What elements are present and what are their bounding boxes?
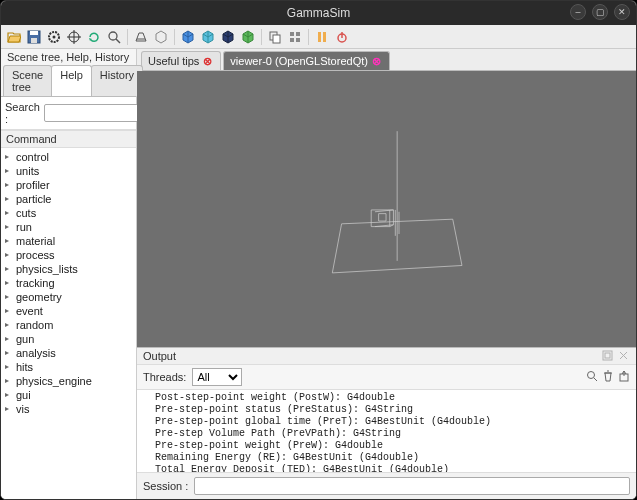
tree-item-hits[interactable]: ▸hits (1, 360, 136, 374)
tree-item-vis[interactable]: ▸vis (1, 402, 136, 416)
tree-item-profiler[interactable]: ▸profiler (1, 178, 136, 192)
tab-history[interactable]: History (91, 65, 143, 96)
window-title: GammaSim (287, 6, 350, 20)
chevron-right-icon: ▸ (5, 164, 14, 178)
tree-item-physics_engine[interactable]: ▸physics_engine (1, 374, 136, 388)
cube-green-icon[interactable] (239, 28, 257, 46)
output-title: Output (143, 350, 176, 362)
chevron-right-icon: ▸ (5, 206, 14, 220)
detach-icon[interactable] (602, 350, 614, 362)
svg-rect-12 (273, 35, 280, 43)
session-row: Session : (137, 472, 636, 499)
close-panel-icon[interactable] (618, 350, 630, 362)
chevron-right-icon: ▸ (5, 150, 14, 164)
chevron-right-icon: ▸ (5, 304, 14, 318)
search-label: Search : (5, 101, 40, 125)
threads-label: Threads: (143, 371, 186, 383)
chevron-right-icon: ▸ (5, 360, 14, 374)
tree-item-process[interactable]: ▸process (1, 248, 136, 262)
chevron-right-icon: ▸ (5, 290, 14, 304)
chevron-right-icon: ▸ (5, 262, 14, 276)
svg-rect-13 (290, 32, 294, 36)
svg-point-4 (53, 35, 56, 38)
left-panel: Scene tree, Help, History Scene tree Hel… (1, 49, 137, 499)
chevron-right-icon: ▸ (5, 402, 14, 416)
viewer-canvas[interactable] (137, 71, 636, 347)
close-button[interactable]: ✕ (614, 4, 630, 20)
chevron-right-icon: ▸ (5, 318, 14, 332)
svg-rect-2 (31, 38, 37, 43)
tab-viewer-0[interactable]: viewer-0 (OpenGLStoredQt) ⊗ (223, 51, 390, 70)
gear-icon[interactable] (45, 28, 63, 46)
toolbar-separator (174, 29, 175, 45)
svg-line-9 (116, 39, 120, 43)
tab-scene-tree[interactable]: Scene tree (3, 65, 52, 96)
maximize-button[interactable]: ▢ (592, 4, 608, 20)
target-icon[interactable] (65, 28, 83, 46)
tree-item-particle[interactable]: ▸particle (1, 192, 136, 206)
output-text[interactable]: Post-step-point weight (PostW): G4double… (137, 390, 636, 472)
command-tree[interactable]: ▸control▸units▸profiler▸particle▸cuts▸ru… (1, 148, 136, 499)
svg-line-31 (594, 378, 597, 381)
close-icon[interactable]: ⊗ (372, 56, 383, 67)
tree-item-tracking[interactable]: ▸tracking (1, 276, 136, 290)
right-area: Useful tips ⊗ viewer-0 (OpenGLStoredQt) … (137, 49, 636, 499)
tree-item-physics_lists[interactable]: ▸physics_lists (1, 262, 136, 276)
trash-icon[interactable] (602, 370, 614, 384)
chevron-right-icon: ▸ (5, 332, 14, 346)
titlebar: GammaSim – ▢ ✕ (1, 1, 636, 25)
pause-icon[interactable] (313, 28, 331, 46)
tab-label: viewer-0 (OpenGLStoredQt) (230, 55, 368, 67)
tree-item-gui[interactable]: ▸gui (1, 388, 136, 402)
tree-item-run[interactable]: ▸run (1, 220, 136, 234)
chevron-right-icon: ▸ (5, 220, 14, 234)
refresh-icon[interactable] (85, 28, 103, 46)
threads-select[interactable]: All (192, 368, 242, 386)
app-window: GammaSim – ▢ ✕ Scene tree, Help, History (0, 0, 637, 500)
tree-item-event[interactable]: ▸event (1, 304, 136, 318)
session-input[interactable] (194, 477, 630, 495)
tree-item-analysis[interactable]: ▸analysis (1, 346, 136, 360)
tab-useful-tips[interactable]: Useful tips ⊗ (141, 51, 221, 70)
grid-icon[interactable] (286, 28, 304, 46)
tree-item-gun[interactable]: ▸gun (1, 332, 136, 346)
chevron-right-icon: ▸ (5, 178, 14, 192)
export-icon[interactable] (618, 370, 630, 384)
svg-rect-18 (323, 32, 326, 42)
chevron-right-icon: ▸ (5, 276, 14, 290)
window-controls: – ▢ ✕ (570, 4, 630, 20)
svg-rect-14 (296, 32, 300, 36)
open-icon[interactable] (5, 28, 23, 46)
filter-icon[interactable] (586, 370, 598, 384)
perspective-icon[interactable] (132, 28, 150, 46)
toolbar (1, 25, 636, 49)
svg-rect-1 (30, 31, 38, 35)
chevron-right-icon: ▸ (5, 234, 14, 248)
cube-navy-icon[interactable] (219, 28, 237, 46)
power-icon[interactable] (333, 28, 351, 46)
tree-item-material[interactable]: ▸material (1, 234, 136, 248)
tree-item-units[interactable]: ▸units (1, 164, 136, 178)
output-header: Output (137, 348, 636, 365)
search-row: Search : (1, 97, 136, 130)
chevron-right-icon: ▸ (5, 248, 14, 262)
cube-blue-icon[interactable] (179, 28, 197, 46)
minimize-button[interactable]: – (570, 4, 586, 20)
toolbar-separator (308, 29, 309, 45)
threads-row: Threads: All (137, 365, 636, 390)
tree-item-cuts[interactable]: ▸cuts (1, 206, 136, 220)
tab-help[interactable]: Help (51, 65, 92, 96)
tree-item-random[interactable]: ▸random (1, 318, 136, 332)
chevron-right-icon: ▸ (5, 346, 14, 360)
close-icon[interactable]: ⊗ (203, 56, 214, 67)
scene-icon[interactable] (152, 28, 170, 46)
copy-icon[interactable] (266, 28, 284, 46)
tree-item-control[interactable]: ▸control (1, 150, 136, 164)
search-icon[interactable] (105, 28, 123, 46)
command-header: Command (1, 130, 136, 148)
tree-item-geometry[interactable]: ▸geometry (1, 290, 136, 304)
svg-rect-16 (296, 38, 300, 42)
svg-point-8 (109, 32, 117, 40)
cube-cyan-icon[interactable] (199, 28, 217, 46)
save-icon[interactable] (25, 28, 43, 46)
